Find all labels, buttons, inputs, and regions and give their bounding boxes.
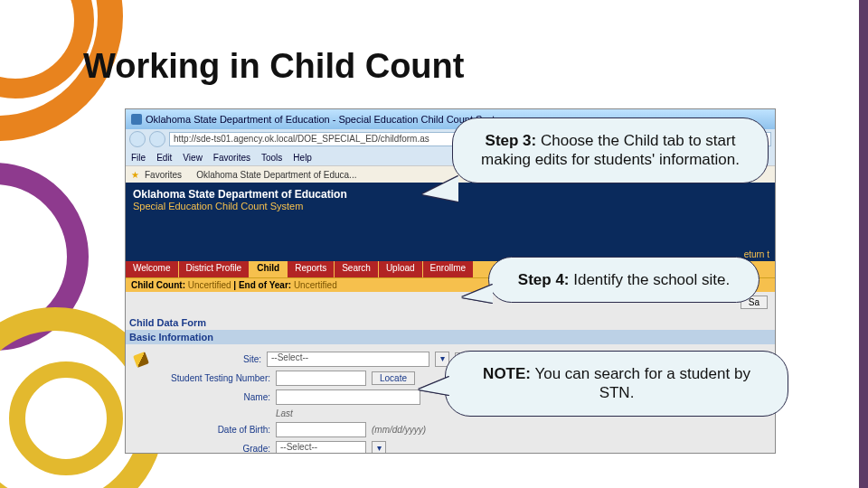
name-last-input[interactable] [276, 389, 420, 405]
callout-step3: Step 3: Choose the Child tab to start ma… [452, 117, 769, 183]
back-button[interactable] [129, 131, 146, 147]
pencil-icon [133, 352, 149, 368]
slide-accent-bar [859, 0, 868, 488]
app-header-line2: Special Education Child Count System [133, 201, 768, 211]
slide-title: Working in Child Count [83, 47, 464, 86]
section-subtitle: Basic Information [126, 330, 775, 344]
callout-note: NOTE: You can search for a student by ST… [445, 351, 788, 417]
child-count-label: Child Count: [131, 280, 185, 290]
menu-edit[interactable]: Edit [156, 153, 172, 163]
callout-tail [419, 377, 449, 395]
tab-upload[interactable]: Upload [379, 261, 423, 277]
ie-window-title: Oklahoma State Department of Education -… [146, 114, 501, 125]
eoy-label: End of Year: [239, 280, 291, 290]
gear-decor [9, 361, 123, 475]
menu-file[interactable]: File [131, 153, 146, 163]
stn-label: Student Testing Number: [135, 373, 270, 383]
child-count-value: Uncertified [188, 280, 231, 290]
callout-note-bold: NOTE: [483, 365, 531, 382]
app-banner-space [126, 217, 775, 248]
dob-input[interactable] [276, 422, 366, 437]
menu-view[interactable]: View [183, 153, 203, 163]
ie-icon [131, 114, 142, 125]
menu-favorites[interactable]: Favorites [213, 153, 250, 163]
site-select[interactable]: --Select-- [267, 352, 429, 367]
callout-step4: Step 4: Identify the school site. [488, 257, 760, 303]
name-hint: Last [276, 408, 293, 418]
forward-button[interactable] [149, 131, 165, 147]
section-title: Child Data Form [126, 312, 775, 330]
name-label: Name: [135, 392, 270, 402]
site-label: Site: [153, 354, 261, 364]
dob-hint: (mm/dd/yyyy) [372, 425, 426, 435]
tab-child[interactable]: Child [250, 261, 288, 277]
chevron-down-icon[interactable]: ▾ [372, 441, 386, 454]
favorites-item[interactable]: Oklahoma State Department of Educa... [196, 170, 356, 180]
locate-button[interactable]: Locate [372, 371, 415, 385]
favorites-label[interactable]: Favorites [145, 170, 182, 180]
menu-tools[interactable]: Tools [261, 153, 282, 163]
callout-note-text: You can search for a student by STN. [531, 365, 750, 401]
callout-step4-bold: Step 4: [518, 271, 570, 288]
menu-help[interactable]: Help [293, 153, 312, 163]
dob-label: Date of Birth: [135, 425, 270, 435]
grade-label: Grade: [135, 444, 270, 454]
callout-tail [422, 176, 458, 202]
tab-district-profile[interactable]: District Profile [179, 261, 250, 277]
callout-step4-text: Identify the school site. [570, 271, 731, 288]
callout-tail [462, 285, 493, 303]
tab-reports[interactable]: Reports [288, 261, 335, 277]
grade-select[interactable]: --Select-- [276, 441, 366, 454]
stn-input[interactable] [276, 371, 366, 386]
tab-search[interactable]: Search [335, 261, 379, 277]
star-icon: ★ [131, 170, 139, 180]
tab-welcome[interactable]: Welcome [126, 261, 179, 277]
callout-step3-bold: Step 3: [486, 132, 537, 149]
eoy-value: Uncertified [294, 280, 337, 290]
tab-enrollment[interactable]: Enrollme [423, 261, 474, 277]
